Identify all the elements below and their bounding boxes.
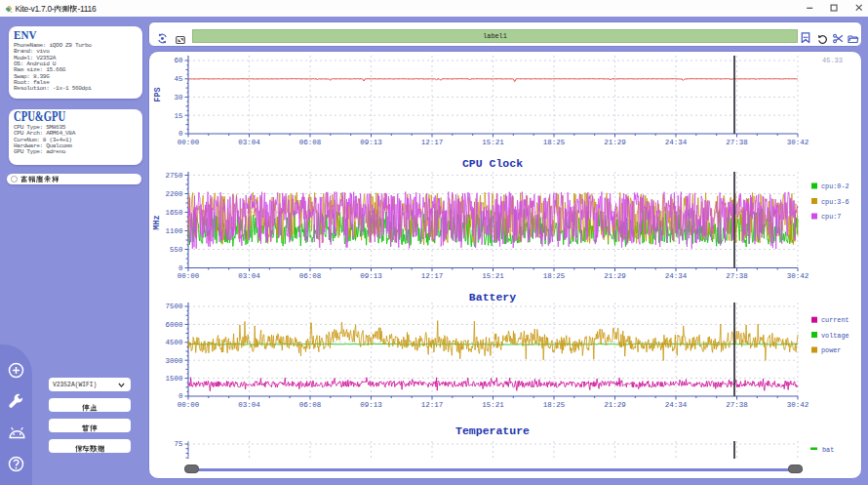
svg-text:60: 60: [174, 57, 183, 64]
svg-text:75: 75: [174, 440, 183, 448]
svg-text:09:13: 09:13: [360, 401, 382, 409]
svg-text:45: 45: [174, 75, 183, 83]
svg-text:27:38: 27:38: [726, 139, 748, 146]
svg-text:550: 550: [170, 246, 183, 254]
svg-text:06:08: 06:08: [299, 272, 322, 280]
svg-text:power: power: [821, 346, 841, 354]
svg-text:24:34: 24:34: [665, 139, 688, 146]
svg-text:1650: 1650: [165, 209, 183, 217]
svg-text:30:42: 30:42: [787, 272, 809, 280]
svg-text:Battery: Battery: [469, 291, 516, 303]
svg-text:4500: 4500: [165, 339, 183, 346]
svg-text:09:13: 09:13: [360, 139, 382, 146]
svg-text:Temperature: Temperature: [455, 424, 530, 437]
svg-text:30:42: 30:42: [787, 401, 809, 409]
svg-text:cpu:3-6: cpu:3-6: [821, 198, 849, 206]
svg-text:24:34: 24:34: [665, 401, 688, 409]
svg-text:bat: bat: [822, 446, 834, 454]
svg-text:current: current: [821, 316, 849, 324]
svg-text:0: 0: [178, 264, 183, 272]
svg-text:21:29: 21:29: [604, 139, 626, 146]
svg-text:06:08: 06:08: [299, 139, 322, 146]
svg-text:18:25: 18:25: [543, 401, 566, 409]
svg-text:15:21: 15:21: [482, 401, 504, 409]
svg-text:voltage: voltage: [821, 332, 849, 340]
svg-text:09:13: 09:13: [360, 272, 382, 280]
svg-text:3000: 3000: [165, 357, 183, 365]
svg-text:1100: 1100: [165, 227, 183, 235]
svg-text:2750: 2750: [165, 172, 183, 180]
svg-text:12:17: 12:17: [421, 272, 444, 280]
svg-text:00:00: 00:00: [178, 272, 200, 280]
svg-text:03:04: 03:04: [238, 139, 260, 146]
svg-text:03:04: 03:04: [238, 401, 260, 409]
svg-text:CPU Clock: CPU Clock: [462, 157, 523, 170]
svg-text:6000: 6000: [165, 321, 183, 329]
svg-text:18:25: 18:25: [543, 272, 566, 280]
svg-text:18:25: 18:25: [543, 139, 566, 146]
svg-text:00:00: 00:00: [178, 401, 200, 409]
svg-text:45.33: 45.33: [822, 57, 843, 64]
svg-text:15: 15: [174, 112, 183, 120]
svg-text:0: 0: [178, 130, 183, 138]
svg-text:MHz: MHz: [152, 215, 162, 229]
svg-text:cpu:0-2: cpu:0-2: [821, 182, 849, 190]
svg-text:FPS: FPS: [153, 87, 163, 101]
svg-text:03:04: 03:04: [238, 272, 260, 280]
svg-text:2200: 2200: [165, 190, 183, 198]
svg-text:0: 0: [178, 392, 183, 400]
svg-text:21:29: 21:29: [604, 401, 626, 409]
svg-text:1500: 1500: [165, 375, 183, 383]
svg-text:15:21: 15:21: [482, 272, 504, 280]
svg-text:12:17: 12:17: [421, 401, 444, 409]
svg-text:27:38: 27:38: [726, 272, 748, 280]
svg-text:30:42: 30:42: [787, 139, 809, 146]
svg-text:24:34: 24:34: [665, 272, 688, 280]
svg-text:06:08: 06:08: [299, 401, 322, 409]
svg-text:30: 30: [174, 94, 183, 101]
svg-text:21:29: 21:29: [604, 272, 626, 280]
svg-text:7500: 7500: [165, 303, 183, 310]
svg-text:12:17: 12:17: [421, 139, 444, 146]
svg-text:00:00: 00:00: [178, 139, 200, 146]
svg-text:cpu:7: cpu:7: [821, 213, 841, 221]
svg-text:27:38: 27:38: [726, 401, 748, 409]
svg-text:15:21: 15:21: [482, 139, 504, 146]
